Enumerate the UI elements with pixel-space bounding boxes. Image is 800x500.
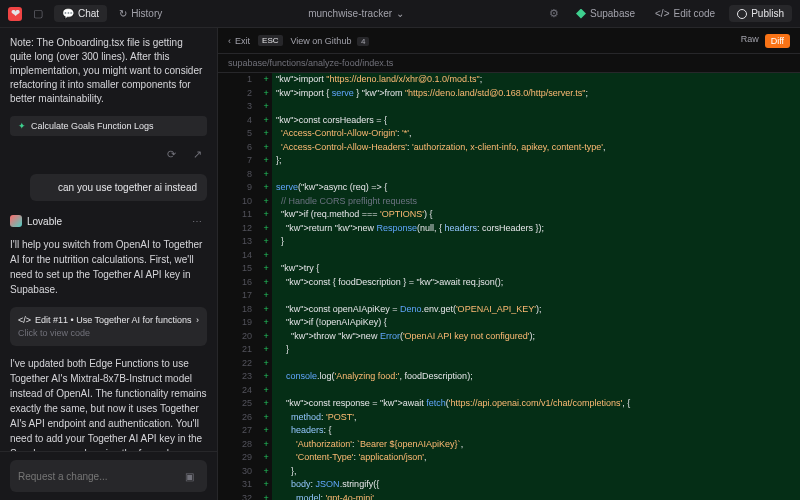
diff-marker: + bbox=[260, 343, 272, 357]
line-number: 21 bbox=[218, 343, 260, 357]
chat-input[interactable] bbox=[18, 471, 179, 482]
line-number: 14 bbox=[218, 249, 260, 263]
publish-button[interactable]: Publish bbox=[729, 5, 792, 22]
line-number: 29 bbox=[218, 451, 260, 465]
line-number: 15 bbox=[218, 262, 260, 276]
diff-marker: + bbox=[260, 357, 272, 371]
line-number: 11 bbox=[218, 208, 260, 222]
sidebar-toggle-icon[interactable]: ▢ bbox=[28, 4, 48, 24]
line-number: 19 bbox=[218, 316, 260, 330]
code-line: 28+ 'Authorization': `Bearer ${openAIApi… bbox=[218, 438, 800, 452]
file-path: supabase/functions/analyze-food/index.ts bbox=[218, 54, 800, 73]
chat-icon: 💬 bbox=[62, 8, 74, 19]
code-line: 18+ "kw">const openAIApiKey = Deno.env.g… bbox=[218, 303, 800, 317]
line-number: 6 bbox=[218, 141, 260, 155]
line-content: headers: { bbox=[272, 424, 800, 438]
line-content: serve("kw">async (req) => { bbox=[272, 181, 800, 195]
line-number: 25 bbox=[218, 397, 260, 411]
code-line: 7+}; bbox=[218, 154, 800, 168]
line-content bbox=[272, 249, 800, 263]
edit-code-button[interactable]: </> Edit code bbox=[647, 5, 723, 22]
diff-marker: + bbox=[260, 208, 272, 222]
diff-marker: + bbox=[260, 168, 272, 182]
image-icon[interactable]: ▣ bbox=[179, 466, 199, 486]
code-line: 30+ }, bbox=[218, 465, 800, 479]
ai-name: Lovable bbox=[27, 216, 62, 227]
line-content: }, bbox=[272, 465, 800, 479]
code-line: 12+ "kw">return "kw">new Response(null, … bbox=[218, 222, 800, 236]
refresh-icon[interactable]: ⟳ bbox=[161, 144, 181, 164]
line-content: // Handle CORS preflight requests bbox=[272, 195, 800, 209]
diff-marker: + bbox=[260, 73, 272, 87]
chat-label: Chat bbox=[78, 8, 99, 19]
line-number: 23 bbox=[218, 370, 260, 384]
code-line: 10+ // Handle CORS preflight requests bbox=[218, 195, 800, 209]
supabase-button[interactable]: Supabase bbox=[570, 5, 641, 22]
line-number: 2 bbox=[218, 87, 260, 101]
line-number: 26 bbox=[218, 411, 260, 425]
diff-button[interactable]: Diff bbox=[765, 34, 790, 48]
code-line: 22+ bbox=[218, 357, 800, 371]
diff-marker: + bbox=[260, 451, 272, 465]
diff-marker: + bbox=[260, 222, 272, 236]
history-button[interactable]: ↻ History bbox=[113, 5, 168, 22]
line-content bbox=[272, 168, 800, 182]
diff-marker: + bbox=[260, 438, 272, 452]
diff-marker: + bbox=[260, 276, 272, 290]
line-content: "kw">return "kw">new Response(null, { he… bbox=[272, 222, 800, 236]
code-line: 29+ 'Content-Type': 'application/json', bbox=[218, 451, 800, 465]
line-content: "kw">try { bbox=[272, 262, 800, 276]
line-content: "kw">const response = "kw">await fetch('… bbox=[272, 397, 800, 411]
chat-sidebar: Note: The Onboarding.tsx file is getting… bbox=[0, 28, 218, 500]
external-link-icon[interactable]: ↗ bbox=[187, 144, 207, 164]
line-number: 22 bbox=[218, 357, 260, 371]
ai-message-header: Lovable ⋯ bbox=[10, 211, 207, 231]
diff-marker: + bbox=[260, 478, 272, 492]
code-icon: </> bbox=[655, 8, 669, 19]
edit-block[interactable]: </> Edit #11 • Use Together AI for funct… bbox=[10, 307, 207, 346]
diff-marker: + bbox=[260, 397, 272, 411]
globe-icon bbox=[737, 9, 747, 19]
line-number: 9 bbox=[218, 181, 260, 195]
diff-marker: + bbox=[260, 330, 272, 344]
github-link[interactable]: View on Github 4 bbox=[291, 36, 370, 46]
logo-icon[interactable]: ❤ bbox=[8, 7, 22, 21]
ai-message: I've updated both Edge Functions to use … bbox=[10, 356, 207, 451]
line-content: "kw">const openAIApiKey = Deno.env.get('… bbox=[272, 303, 800, 317]
calc-goals-log-link[interactable]: ✦ Calculate Goals Function Logs bbox=[10, 116, 207, 136]
project-selector[interactable]: munchwise-tracker ⌄ bbox=[168, 8, 544, 19]
code-line: 19+ "kw">if (!openAIApiKey) { bbox=[218, 316, 800, 330]
code-line: 2+"kw">import { serve } "kw">from "https… bbox=[218, 87, 800, 101]
code-line: 14+ bbox=[218, 249, 800, 263]
diff-marker: + bbox=[260, 465, 272, 479]
code-line: 8+ bbox=[218, 168, 800, 182]
line-content: model: 'gpt-4o-mini', bbox=[272, 492, 800, 501]
diff-marker: + bbox=[260, 154, 272, 168]
edit-subtitle: Click to view code bbox=[18, 328, 199, 338]
code-line: 21+ } bbox=[218, 343, 800, 357]
line-content: 'Access-Control-Allow-Origin': '*', bbox=[272, 127, 800, 141]
line-content: } bbox=[272, 235, 800, 249]
diff-marker: + bbox=[260, 262, 272, 276]
code-line: 11+ "kw">if (req.method === 'OPTIONS') { bbox=[218, 208, 800, 222]
supabase-label: Supabase bbox=[590, 8, 635, 19]
raw-button[interactable]: Raw bbox=[741, 34, 759, 48]
exit-button[interactable]: ‹ Exit bbox=[228, 36, 250, 46]
chevron-right-icon: › bbox=[196, 315, 199, 325]
project-name: munchwise-tracker bbox=[308, 8, 392, 19]
more-icon[interactable]: ⋯ bbox=[187, 211, 207, 231]
diff-marker: + bbox=[260, 289, 272, 303]
topbar: ❤ ▢ 💬 Chat ↻ History munchwise-tracker ⌄… bbox=[0, 0, 800, 28]
line-number: 3 bbox=[218, 100, 260, 114]
chat-input-container: ▣ bbox=[10, 460, 207, 492]
diff-marker: + bbox=[260, 303, 272, 317]
log-link-label: Calculate Goals Function Logs bbox=[31, 121, 154, 131]
chat-tab[interactable]: 💬 Chat bbox=[54, 5, 107, 22]
code-line: 9+serve("kw">async (req) => { bbox=[218, 181, 800, 195]
line-number: 5 bbox=[218, 127, 260, 141]
line-content: "kw">const { foodDescription } = "kw">aw… bbox=[272, 276, 800, 290]
exit-label: Exit bbox=[235, 36, 250, 46]
code-body[interactable]: 1+"kw">import "https://deno.land/x/xhr@0… bbox=[218, 73, 800, 500]
line-content: body: JSON.stringify({ bbox=[272, 478, 800, 492]
settings-icon[interactable]: ⚙ bbox=[544, 4, 564, 24]
